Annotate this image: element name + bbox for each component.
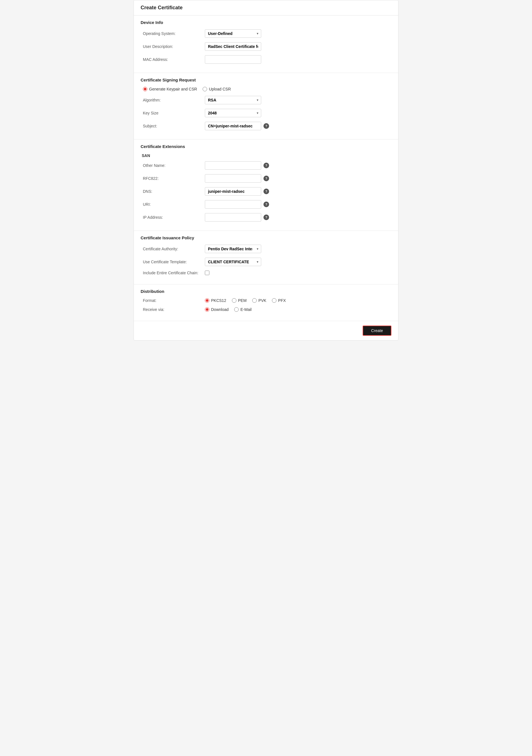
upload-csr-radio[interactable] [202, 87, 207, 91]
rfc822-row: RFC822: ? [141, 174, 391, 183]
csr-title: Certificate Signing Request [141, 77, 391, 82]
page-container: Create Certificate Device Info Operating… [134, 0, 398, 340]
cert-extensions-section: Certificate Extensions SAN Other Name: ?… [134, 140, 398, 231]
cert-authority-select-wrapper: Pentio Dev RadSec Interme... ▾ [205, 245, 261, 253]
key-size-select-wrapper: 1024 2048 4096 ▾ [205, 109, 261, 117]
operating-system-control: User-Defined Windows macOS Linux iOS And… [205, 29, 389, 38]
algorithm-label: Algorithm: [143, 98, 205, 102]
other-name-input[interactable] [205, 161, 261, 170]
format-row: Format: PKCS12 PEM PVK [141, 298, 391, 303]
dns-input-wrapper: ? [205, 187, 269, 196]
dns-label: DNS: [143, 189, 205, 194]
include-chain-label: Include Entire Certificate Chain: [143, 271, 205, 275]
key-size-label: Key Size [143, 111, 205, 115]
ip-address-input[interactable] [205, 213, 261, 222]
user-description-row: User Description: [141, 42, 391, 51]
pem-label: PEM [238, 298, 247, 303]
pem-radio[interactable] [232, 298, 236, 303]
include-chain-checkbox[interactable] [205, 271, 209, 275]
receive-via-control: Download E-Mail [205, 307, 389, 312]
rfc822-label: RFC822: [143, 176, 205, 181]
create-button[interactable]: Create [363, 326, 391, 336]
uri-row: URI: ? [141, 200, 391, 208]
receive-via-label: Receive via: [143, 307, 205, 312]
generate-keypair-radio-item[interactable]: Generate Keypair and CSR [143, 87, 197, 91]
cert-authority-label: Certificate Authority: [143, 247, 205, 251]
dns-help-icon[interactable]: ? [263, 189, 269, 194]
distribution-title: Distribution [141, 289, 391, 294]
user-description-label: User Description: [143, 44, 205, 49]
algorithm-row: Algorithm: RSA ECDSA ▾ [141, 96, 391, 104]
other-name-row: Other Name: ? [141, 161, 391, 170]
uri-input-wrapper: ? [205, 200, 269, 208]
cert-template-control: CLIENT CERTIFICATE SERVER CERTIFICATE ▾ [205, 257, 389, 266]
pfx-radio[interactable] [272, 298, 277, 303]
algorithm-select[interactable]: RSA ECDSA [205, 96, 261, 104]
pkcs12-radio[interactable] [205, 298, 209, 303]
key-size-row: Key Size 1024 2048 4096 ▾ [141, 109, 391, 117]
key-size-control: 1024 2048 4096 ▾ [205, 109, 389, 117]
operating-system-select-wrapper: User-Defined Windows macOS Linux iOS And… [205, 29, 261, 38]
upload-csr-label: Upload CSR [209, 87, 231, 91]
pkcs12-label: PKCS12 [211, 298, 226, 303]
page-header: Create Certificate [134, 0, 398, 15]
san-section: SAN Other Name: ? RFC822: ? DNS: [138, 153, 394, 222]
uri-help-icon[interactable]: ? [263, 202, 269, 207]
email-radio[interactable] [234, 307, 239, 312]
download-radio[interactable] [205, 307, 209, 312]
uri-label: URI: [143, 202, 205, 207]
csr-radio-group: Generate Keypair and CSR Upload CSR [141, 87, 391, 91]
cert-issuance-title: Certificate Issuance Policy [141, 235, 391, 240]
include-chain-row: Include Entire Certificate Chain: [141, 271, 391, 275]
ip-address-label: IP Address: [143, 215, 205, 220]
rfc822-input[interactable] [205, 174, 261, 183]
ip-address-help-icon[interactable]: ? [263, 214, 269, 220]
pvk-radio[interactable] [252, 298, 257, 303]
uri-input[interactable] [205, 200, 261, 208]
receive-via-row: Receive via: Download E-Mail [141, 307, 391, 312]
pvk-radio-item[interactable]: PVK [252, 298, 266, 303]
download-radio-item[interactable]: Download [205, 307, 228, 312]
subject-row: Subject: ? [141, 122, 391, 130]
dns-row: DNS: ? [141, 187, 391, 196]
key-size-select[interactable]: 1024 2048 4096 [205, 109, 261, 117]
user-description-input[interactable] [205, 42, 261, 51]
email-radio-item[interactable]: E-Mail [234, 307, 252, 312]
cert-template-row: Use Certificate Template: CLIENT CERTIFI… [141, 257, 391, 266]
page-title: Create Certificate [141, 5, 391, 11]
ip-address-input-wrapper: ? [205, 213, 269, 222]
operating-system-label: Operating System: [143, 31, 205, 36]
other-name-help-icon[interactable]: ? [263, 163, 269, 168]
generate-keypair-radio[interactable] [143, 87, 147, 91]
include-chain-checkbox-item [205, 271, 389, 275]
algorithm-control: RSA ECDSA ▾ [205, 96, 389, 104]
other-name-label: Other Name: [143, 163, 205, 168]
generate-keypair-label: Generate Keypair and CSR [149, 87, 197, 91]
cert-template-select[interactable]: CLIENT CERTIFICATE SERVER CERTIFICATE [205, 257, 261, 266]
rfc822-input-wrapper: ? [205, 174, 269, 183]
mac-address-input[interactable] [205, 55, 261, 64]
subject-input[interactable] [205, 122, 261, 130]
cert-authority-select[interactable]: Pentio Dev RadSec Interme... [205, 245, 261, 253]
csr-section: Certificate Signing Request Generate Key… [134, 73, 398, 140]
ip-address-row: IP Address: ? [141, 213, 391, 222]
include-chain-control [205, 271, 389, 275]
format-label: Format: [143, 298, 205, 303]
cert-authority-row: Certificate Authority: Pentio Dev RadSec… [141, 245, 391, 253]
pfx-radio-item[interactable]: PFX [272, 298, 286, 303]
mac-address-row: MAC Address: [141, 55, 391, 64]
subject-input-wrapper: ? [205, 122, 269, 130]
footer-actions: Create [134, 321, 398, 340]
format-radio-group: PKCS12 PEM PVK PFX [205, 298, 389, 303]
pkcs12-radio-item[interactable]: PKCS12 [205, 298, 226, 303]
rfc822-help-icon[interactable]: ? [263, 176, 269, 181]
subject-help-icon[interactable]: ? [263, 123, 269, 129]
upload-csr-radio-item[interactable]: Upload CSR [202, 87, 231, 91]
cert-template-label: Use Certificate Template: [143, 259, 205, 264]
pem-radio-item[interactable]: PEM [232, 298, 247, 303]
dns-input[interactable] [205, 187, 261, 196]
cert-authority-control: Pentio Dev RadSec Interme... ▾ [205, 245, 389, 253]
operating-system-select[interactable]: User-Defined Windows macOS Linux iOS And… [205, 29, 261, 38]
algorithm-select-wrapper: RSA ECDSA ▾ [205, 96, 261, 104]
pvk-label: PVK [258, 298, 266, 303]
